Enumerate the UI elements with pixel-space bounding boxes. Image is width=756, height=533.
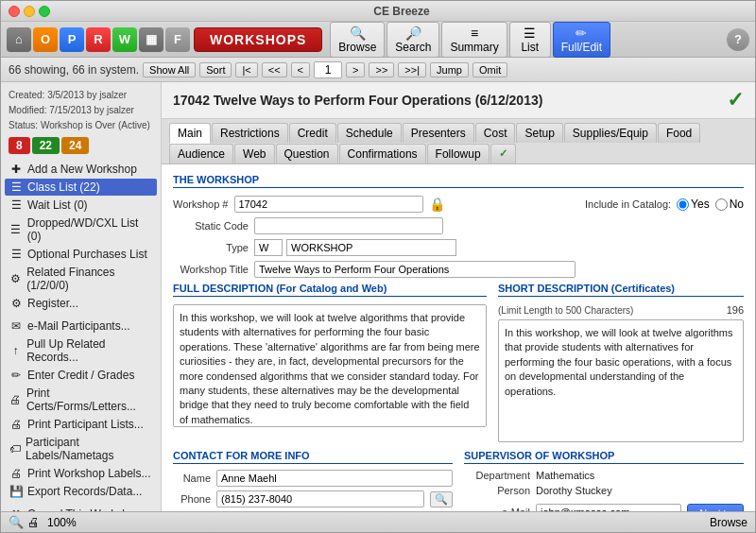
tab-food[interactable]: Food (658, 123, 700, 143)
supervisor-person-label: Person (464, 485, 530, 496)
tab-restrictions[interactable]: Restrictions (212, 123, 288, 143)
phone-search-button[interactable]: 🔍 (430, 491, 453, 507)
full-edit-label: Full/Edit (561, 41, 602, 54)
p-icon[interactable]: P (60, 27, 84, 52)
short-desc-box[interactable]: In this workshop, we will look at twelve… (498, 319, 744, 442)
search-button[interactable]: 🔎 Search (387, 22, 439, 58)
sidebar-item-wait-list[interactable]: ☰ Wait List (0) (5, 197, 157, 214)
sidebar-item-finances[interactable]: ⚙ Related Finances (1/2/0/0) (5, 264, 157, 294)
summary-icon: ≡ (471, 26, 478, 41)
tab-cost[interactable]: Cost (475, 123, 516, 143)
top-toolbar: ⌂ O P R W ▦ F WORKSHOPS 🔍 Browse 🔎 Searc… (1, 22, 755, 58)
workshops-button[interactable]: WORKSHOPS (194, 27, 322, 52)
short-desc-col: SHORT DESCRIPTION (Certificates) (Limit … (498, 283, 744, 442)
sidebar-item-print-lists[interactable]: 🖨 Print Participant Lists... (5, 416, 157, 433)
main-panel: 17042 Twelve Ways to Perform Four Operat… (162, 82, 755, 511)
contact-title: CONTACT FOR MORE INFO (173, 450, 453, 464)
sidebar-item-export[interactable]: 💾 Export Records/Data... (5, 483, 157, 500)
tab-main[interactable]: Main (169, 123, 211, 144)
contact-phone-input[interactable] (216, 490, 424, 507)
sidebar-item-participant-labels[interactable]: 🏷 Participant Labels/Nametags (5, 434, 157, 464)
r-icon[interactable]: R (86, 27, 111, 52)
sidebar-badges: 8 22 24 (5, 137, 157, 154)
prev-button[interactable]: < (291, 62, 310, 77)
contact-name-label: Name (173, 473, 211, 484)
prev-prev-button[interactable]: << (262, 62, 287, 77)
sidebar-item-add-workshop[interactable]: ✚ Add a New Workshop (5, 161, 157, 178)
full-edit-button[interactable]: ✏ Full/Edit (553, 22, 610, 58)
grid-icon[interactable]: ▦ (139, 27, 163, 52)
jump-button[interactable]: Jump (430, 62, 469, 77)
page-number-input[interactable]: 1 (314, 61, 342, 78)
catalog-yes-radio[interactable] (677, 198, 689, 211)
close-btn[interactable] (9, 6, 20, 17)
sidebar-item-optional-purchases[interactable]: ☰ Optional Purchases List (5, 246, 157, 263)
tab-supplies[interactable]: Supplies/Equip (564, 123, 657, 143)
tab-setup[interactable]: Setup (516, 123, 562, 143)
home-icon[interactable]: ⌂ (7, 27, 31, 52)
static-code-input[interactable] (254, 217, 443, 234)
w-icon[interactable]: W (112, 27, 137, 52)
supervisor-person-row: Person Dorothy Stuckey (464, 485, 744, 496)
browse-status: Browse (710, 516, 747, 529)
contact-name-input[interactable] (216, 470, 453, 487)
sidebar-wait-label: Wait List (0) (27, 198, 88, 212)
next-button[interactable]: Next ▶ (687, 504, 744, 511)
sidebar-item-class-list[interactable]: ☰ Class List (22) (5, 179, 157, 196)
catalog-no-radio[interactable] (715, 198, 728, 211)
badge-red[interactable]: 8 (9, 137, 30, 154)
sidebar-item-credit[interactable]: ✏ Enter Credit / Grades (5, 367, 157, 384)
sidebar-item-print-workshop-labels[interactable]: 🖨 Print Workshop Labels... (5, 465, 157, 482)
window-title: CE Breeze (56, 5, 747, 18)
tab-confirmations[interactable]: Confirmations (339, 144, 426, 163)
badge-green[interactable]: 22 (32, 137, 60, 154)
sidebar-finances-label: Related Finances (1/2/0/0) (26, 266, 153, 292)
workshop-title-input[interactable] (254, 261, 576, 278)
sidebar-item-register[interactable]: ⚙ Register... (5, 295, 157, 312)
sidebar-dropped-label: Dropped/WD/CXL List (0) (27, 216, 153, 243)
o-icon[interactable]: O (33, 27, 58, 52)
browse-icon: 🔍 (350, 26, 366, 41)
maximize-btn[interactable] (39, 6, 50, 17)
type-desc-input[interactable] (286, 239, 456, 256)
browse-button[interactable]: 🔍 Browse (330, 22, 385, 58)
sidebar-item-print-certs[interactable]: 🖨 Print Certs/Forms/Letters... (5, 385, 157, 415)
sidebar-register-label: Register... (27, 297, 78, 310)
char-count: 196 (727, 304, 744, 316)
tab-credit[interactable]: Credit (289, 123, 336, 143)
sidebar-item-dropped[interactable]: ☰ Dropped/WD/CXL List (0) (5, 215, 157, 245)
catalog-no-label[interactable]: No (715, 198, 744, 211)
omit-button[interactable]: Omit (472, 62, 507, 77)
supervisor-email-input[interactable] (536, 504, 681, 512)
catalog-radio-group: Yes No (677, 198, 744, 211)
sidebar-item-email[interactable]: ✉ e-Mail Participants... (5, 318, 157, 335)
tab-question[interactable]: Question (276, 144, 338, 163)
show-all-button[interactable]: Show All (143, 62, 196, 77)
catalog-yes-label[interactable]: Yes (677, 198, 710, 211)
search-label: Search (395, 41, 431, 54)
tab-followup[interactable]: Followup (427, 144, 490, 163)
next-button[interactable]: > (346, 62, 365, 77)
minimize-btn[interactable] (24, 6, 35, 17)
sort-button[interactable]: Sort (199, 62, 232, 77)
f-icon[interactable]: F (165, 27, 190, 52)
list-button[interactable]: ☰ List (509, 22, 551, 58)
type-code-input[interactable] (254, 239, 283, 256)
lock-icon: 🔒 (429, 197, 445, 212)
sidebar-item-pull-up[interactable]: ↑ Pull Up Related Records... (5, 335, 157, 366)
tab-schedule[interactable]: Schedule (337, 123, 402, 143)
first-button[interactable]: |< (235, 62, 257, 77)
last-button[interactable]: >>| (398, 62, 426, 77)
record-count: 66 showing, 66 in system. (9, 63, 139, 77)
tab-check[interactable]: ✓ (490, 144, 516, 163)
tab-web[interactable]: Web (234, 144, 274, 163)
next-next-button[interactable]: >> (369, 62, 394, 77)
tab-presenters[interactable]: Presenters (403, 123, 474, 143)
badge-orange[interactable]: 24 (61, 137, 89, 154)
tab-audience[interactable]: Audience (169, 144, 233, 163)
workshop-num-input[interactable] (234, 196, 423, 213)
summary-button[interactable]: ≡ Summary (441, 22, 507, 58)
full-desc-box[interactable]: In this workshop, we will look at twelve… (173, 304, 487, 427)
help-button[interactable]: ? (727, 28, 749, 51)
export-icon: 💾 (9, 485, 24, 498)
